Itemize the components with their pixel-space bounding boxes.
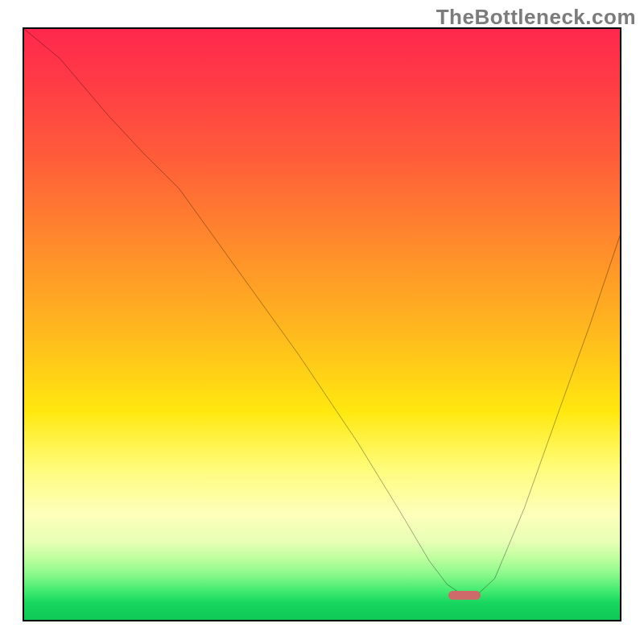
severity-gradient (24, 29, 620, 592)
optimal-band (24, 592, 620, 620)
watermark-text: TheBottleneck.com (436, 5, 636, 30)
bottleneck-plot (23, 27, 621, 621)
optimal-marker (448, 591, 481, 600)
